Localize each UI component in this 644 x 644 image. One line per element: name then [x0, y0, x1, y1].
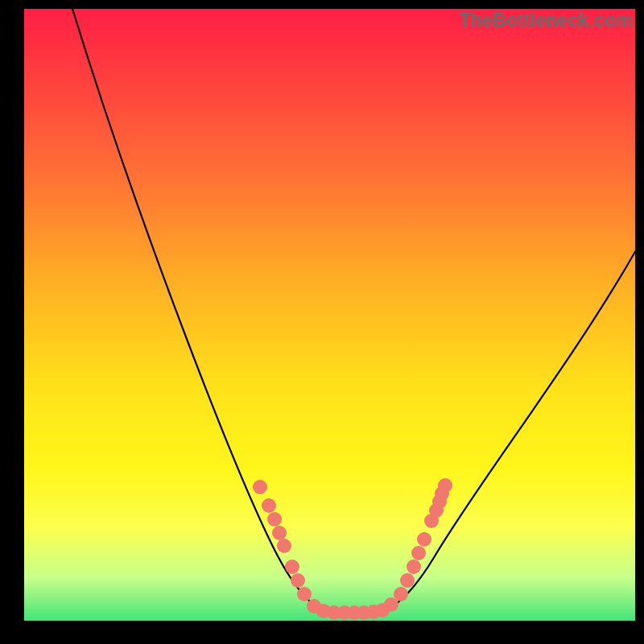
- chart-overlay: [24, 9, 635, 621]
- scatter-dot: [253, 480, 267, 494]
- scatter-dots: [253, 478, 452, 620]
- scatter-dot: [291, 573, 305, 588]
- scatter-dot: [400, 573, 415, 588]
- scatter-dot: [394, 587, 408, 601]
- scatter-dot: [297, 587, 312, 601]
- curve-left: [72, 9, 330, 613]
- scatter-dot: [277, 539, 291, 553]
- scatter-dot: [417, 532, 431, 547]
- watermark-text: TheBottleneck.com: [459, 10, 633, 31]
- chart-stage: TheBottleneck.com: [0, 0, 644, 644]
- scatter-dot: [407, 559, 421, 574]
- scatter-dot: [285, 559, 299, 574]
- scatter-dot: [267, 512, 282, 526]
- scatter-dot: [272, 526, 287, 540]
- scatter-dot: [438, 478, 452, 493]
- scatter-dot: [262, 498, 276, 513]
- scatter-dot: [411, 546, 426, 560]
